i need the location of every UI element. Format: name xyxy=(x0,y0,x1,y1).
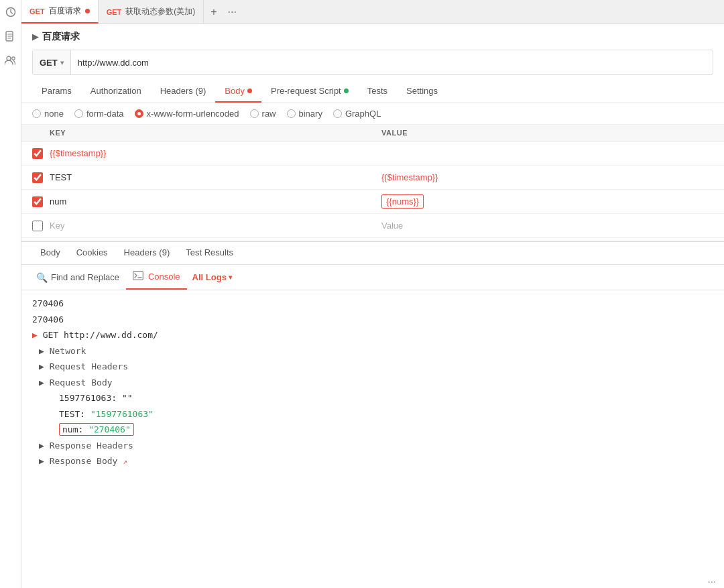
row3-value-highlighted: {{nums}} xyxy=(381,194,424,209)
tab1-title: 百度请求 xyxy=(49,5,81,17)
more-tabs-button[interactable]: ··· xyxy=(224,5,241,19)
list-item: 270406 xyxy=(32,312,713,328)
kv-table: KEY VALUE {{$timestamp}} TEST {{$timesta… xyxy=(21,125,724,238)
clock-icon[interactable] xyxy=(4,5,17,19)
response-tabs: Body Cookies Headers (9) Test Results xyxy=(21,242,724,265)
row3-key[interactable]: num xyxy=(50,196,381,207)
radio-binary[interactable]: binary xyxy=(287,109,322,119)
row1-key[interactable]: {{$timestamp}} xyxy=(50,148,381,158)
tab-authorization[interactable]: Authorization xyxy=(81,80,151,103)
radio-form-data-circle xyxy=(74,109,83,118)
table-row: {{$timestamp}} xyxy=(21,141,724,166)
tab-headers-label: Headers (9) xyxy=(160,86,206,96)
console-tool[interactable]: Console xyxy=(126,265,187,290)
radio-form-data-label: form-data xyxy=(86,109,124,119)
row2-key[interactable]: TEST xyxy=(50,172,381,182)
list-item: 1597761063: "" xyxy=(32,390,713,406)
tab-baidu[interactable]: GET 百度请求 xyxy=(21,0,99,23)
more-options-area: ··· xyxy=(21,574,724,588)
tab-params[interactable]: Params xyxy=(32,80,81,103)
col-key-header: KEY xyxy=(50,129,381,137)
tab-headers[interactable]: Headers (9) xyxy=(151,80,216,103)
add-tab-button[interactable]: + xyxy=(206,5,221,19)
radio-graphql-label: GraphQL xyxy=(345,109,381,119)
tab-tests-label: Tests xyxy=(367,86,387,96)
list-item[interactable]: ▶ Response Headers xyxy=(32,438,713,454)
kv-header: KEY VALUE xyxy=(21,125,724,141)
radio-graphql[interactable]: GraphQL xyxy=(333,109,381,119)
tab-pre-request[interactable]: Pre-request Script xyxy=(261,80,358,103)
console-label: Console xyxy=(148,272,180,282)
radio-raw-label: raw xyxy=(262,109,276,119)
arrow-icon: ▶ xyxy=(32,330,38,340)
list-item[interactable]: ▶ Response Body ↗ xyxy=(32,453,713,469)
tab-tests[interactable]: Tests xyxy=(358,80,397,103)
chevron-down-icon: ▾ xyxy=(229,274,232,281)
response-tab-headers[interactable]: Headers (9) xyxy=(116,242,178,264)
search-icon: 🔍 xyxy=(36,272,48,283)
method-select[interactable]: GET ▾ xyxy=(33,50,71,74)
radio-graphql-circle xyxy=(333,109,342,118)
all-logs-button[interactable]: All Logs ▾ xyxy=(187,272,237,282)
tab-pre-request-label: Pre-request Script xyxy=(271,86,341,96)
request-title: 百度请求 xyxy=(42,31,80,43)
table-row: num {{nums}} xyxy=(21,190,724,214)
radio-form-data[interactable]: form-data xyxy=(74,109,124,119)
row3-checkbox[interactable] xyxy=(32,196,43,207)
radio-raw-circle xyxy=(250,109,259,118)
list-item: TEST: "1597761063" xyxy=(32,406,713,422)
radio-none-circle xyxy=(32,109,41,118)
response-tab-test-results[interactable]: Test Results xyxy=(178,242,241,264)
num-highlighted: num: "270406" xyxy=(59,423,134,436)
row4-key[interactable]: Key xyxy=(50,221,381,231)
svg-point-2 xyxy=(7,56,11,60)
response-tab-cookies[interactable]: Cookies xyxy=(68,242,116,264)
list-item: ▶ GET http://www.dd.com/ xyxy=(32,327,713,343)
row4-value[interactable]: Value xyxy=(381,221,713,231)
tab1-method: GET xyxy=(29,7,45,15)
breadcrumb-arrow: ▶ xyxy=(32,32,38,42)
file-icon[interactable] xyxy=(4,30,17,43)
tabs-bar: GET 百度请求 GET 获取动态参数(美加) + ··· xyxy=(21,0,724,24)
console-output: 270406 270406 ▶ GET http://www.dd.com/ ▶… xyxy=(21,290,724,574)
users-icon[interactable] xyxy=(4,54,17,67)
response-tab-body[interactable]: Body xyxy=(32,242,68,264)
radio-raw[interactable]: raw xyxy=(250,109,276,119)
table-row: Key Value xyxy=(21,214,724,238)
find-replace-tool[interactable]: 🔍 Find and Replace xyxy=(29,265,126,290)
all-logs-label: All Logs xyxy=(192,272,227,282)
row2-value[interactable]: {{$timestamp}} xyxy=(381,172,713,182)
more-options-button[interactable]: ··· xyxy=(707,575,716,587)
row3-value[interactable]: {{nums}} xyxy=(381,196,713,207)
tab2-title: 获取动态参数(美加) xyxy=(125,6,195,17)
url-bar: GET ▾ xyxy=(32,50,713,75)
tab-dynamic[interactable]: GET 获取动态参数(美加) xyxy=(99,0,204,23)
external-link-icon: ↗ xyxy=(123,457,127,466)
tab-params-label: Params xyxy=(42,86,72,96)
radio-binary-circle xyxy=(287,109,296,118)
body-dot xyxy=(247,89,252,93)
list-item[interactable]: ▶ Request Body xyxy=(32,375,713,391)
list-item[interactable]: ▶ Network xyxy=(32,343,713,359)
radio-none-label: none xyxy=(44,109,64,119)
col-value-header: VALUE xyxy=(381,129,713,137)
list-item[interactable]: ▶ Request Headers xyxy=(32,359,713,375)
console-icon xyxy=(133,271,143,282)
radio-urlencoded[interactable]: x-www-form-urlencoded xyxy=(135,109,239,119)
pre-request-dot xyxy=(344,89,349,93)
method-chevron: ▾ xyxy=(60,59,64,66)
url-input[interactable] xyxy=(71,58,713,68)
find-replace-label: Find and Replace xyxy=(51,272,119,282)
row2-checkbox[interactable] xyxy=(32,172,43,183)
list-item: 270406 xyxy=(32,296,713,312)
bottom-tools: 🔍 Find and Replace Console All Logs ▾ xyxy=(21,265,724,290)
row4-checkbox[interactable] xyxy=(32,221,43,231)
tab-settings[interactable]: Settings xyxy=(397,80,447,103)
tabs-actions: + ··· xyxy=(206,5,241,19)
row1-checkbox[interactable] xyxy=(32,148,43,159)
main-content: GET 百度请求 GET 获取动态参数(美加) + ··· ▶ 百度请求 GET… xyxy=(21,0,724,588)
radio-none[interactable]: none xyxy=(32,109,64,119)
tab-body[interactable]: Body xyxy=(215,80,261,103)
tab-settings-label: Settings xyxy=(406,86,438,96)
svg-rect-4 xyxy=(133,272,143,280)
